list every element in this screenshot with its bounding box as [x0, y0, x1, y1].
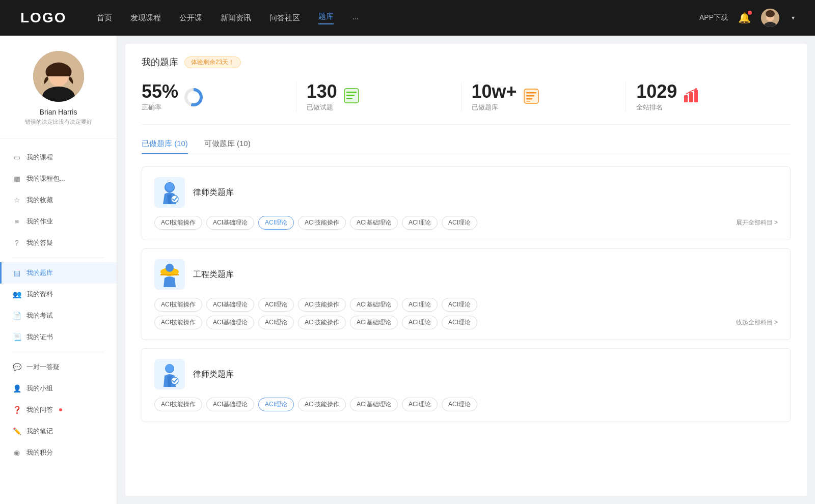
tags-wrap-2-1: ACI技能操作 ACI基础理论 ACI理论 ACI技能操作 ACI基础理论 AC…	[154, 298, 778, 312]
tag-3-3[interactable]: ACI技能操作	[298, 398, 346, 411]
one-on-one-icon: 💬	[12, 362, 21, 372]
sidebar-item-questions[interactable]: ? 我的答疑	[0, 232, 117, 254]
sidebar-item-groups[interactable]: 👤 我的小组	[0, 378, 117, 399]
sidebar-item-label: 一对一答疑	[26, 362, 60, 372]
notes-icon: ✏️	[12, 427, 21, 436]
svg-point-32	[166, 364, 174, 372]
done-b-value: 10w+	[472, 82, 517, 101]
sidebar-item-quiz-bank[interactable]: ▤ 我的题库	[0, 262, 117, 284]
nav-discover[interactable]: 发现课程	[130, 13, 161, 23]
quiz-card-header-2: 工程类题库	[154, 259, 778, 290]
quiz-card-tags-3: ACI技能操作 ACI基础理论 ACI理论 ACI技能操作 ACI基础理论 AC…	[154, 398, 778, 411]
nav-news[interactable]: 新闻资讯	[221, 13, 251, 23]
sidebar-item-homework[interactable]: ≡ 我的作业	[0, 211, 117, 232]
sidebar-item-label: 我的收藏	[26, 195, 53, 205]
sidebar-item-notes[interactable]: ✏️ 我的笔记	[0, 421, 117, 442]
tag-1-1[interactable]: ACI基础理论	[206, 216, 254, 230]
quiz-card-title-3: 律师类题库	[193, 369, 234, 380]
stat-accuracy: 55% 正确率	[142, 82, 296, 112]
tag-2r2-4[interactable]: ACI基础理论	[350, 316, 398, 329]
tag-2-4[interactable]: ACI基础理论	[350, 298, 398, 312]
sidebar-item-exams[interactable]: 📄 我的考试	[0, 305, 117, 326]
sidebar-item-points[interactable]: ◉ 我的积分	[0, 442, 117, 463]
tag-2-1[interactable]: ACI基础理论	[206, 298, 254, 312]
quiz-card-title-1: 律师类题库	[193, 187, 234, 198]
tag-3-1[interactable]: ACI基础理论	[206, 398, 254, 411]
tab-done-banks[interactable]: 已做题库 (10)	[142, 139, 188, 154]
groups-icon: 👤	[12, 384, 21, 393]
nav-menu: 首页 发现课程 公开课 新闻资讯 问答社区 题库 ···	[97, 12, 699, 24]
page-wrapper: Brian Harris 错误的决定比没有决定要好 ▭ 我的课程 ▦ 我的课程包…	[0, 36, 815, 504]
nav-opencourse[interactable]: 公开课	[179, 13, 202, 23]
tag-2r2-6[interactable]: ACI理论	[442, 316, 477, 329]
tag-2-5[interactable]: ACI理论	[402, 298, 438, 312]
tab-available-banks[interactable]: 可做题库 (10)	[204, 139, 251, 154]
tag-2r2-2[interactable]: ACI理论	[258, 316, 294, 329]
nav-quiz[interactable]: 题库	[318, 12, 334, 24]
tag-3-5[interactable]: ACI理论	[402, 398, 438, 411]
tag-2r2-1[interactable]: ACI基础理论	[206, 316, 254, 329]
done-questions-icon	[343, 88, 360, 107]
stat-value-rank: 1029 全站排名	[636, 82, 677, 112]
accuracy-value: 55%	[142, 82, 178, 101]
sidebar-item-course-package[interactable]: ▦ 我的课程包...	[0, 168, 117, 189]
accuracy-pie-chart	[184, 88, 203, 106]
engineer-icon	[154, 259, 185, 290]
sidebar-item-label: 我的作业	[26, 217, 53, 226]
nav-qa[interactable]: 问答社区	[269, 13, 300, 23]
tag-1-6[interactable]: ACI理论	[442, 216, 477, 230]
stat-done-banks: 10w+ 已做题库	[461, 82, 627, 112]
favorites-icon: ☆	[12, 195, 21, 205]
expand-link-1[interactable]: 展开全部科目 >	[736, 218, 778, 227]
course-package-icon: ▦	[12, 174, 21, 183]
sidebar-item-course[interactable]: ▭ 我的课程	[0, 147, 117, 168]
tag-2r2-5[interactable]: ACI理论	[402, 316, 438, 329]
tag-1-0[interactable]: ACI技能操作	[154, 216, 202, 230]
lawyer-icon-1	[154, 177, 185, 208]
svg-rect-11	[346, 95, 355, 96]
tag-1-3[interactable]: ACI技能操作	[298, 216, 346, 230]
tag-3-6[interactable]: ACI理论	[442, 398, 477, 411]
avatar[interactable]	[761, 9, 779, 27]
sidebar-item-label: 我的考试	[26, 311, 53, 320]
svg-point-3	[766, 10, 775, 17]
logo[interactable]: LOGO	[20, 10, 66, 26]
tag-1-2[interactable]: ACI理论	[258, 216, 294, 230]
quiz-card-lawyer-1: 律师类题库 ACI技能操作 ACI基础理论 ACI理论 ACI技能操作 ACI基…	[142, 166, 791, 240]
tag-2-3[interactable]: ACI技能操作	[298, 298, 346, 312]
svg-rect-19	[689, 92, 693, 102]
tag-3-4[interactable]: ACI基础理论	[350, 398, 398, 411]
sidebar-item-label: 我的题库	[26, 268, 53, 277]
tabs-row: 已做题库 (10) 可做题库 (10)	[142, 139, 791, 154]
quiz-card-tags-1: ACI技能操作 ACI基础理论 ACI理论 ACI技能操作 ACI基础理论 AC…	[154, 216, 778, 230]
accuracy-label: 正确率	[142, 103, 178, 112]
profile-motto: 错误的决定比没有决定要好	[25, 118, 92, 126]
collapse-link-2[interactable]: 收起全部科目 >	[736, 318, 778, 327]
sidebar: Brian Harris 错误的决定比没有决定要好 ▭ 我的课程 ▦ 我的课程包…	[0, 36, 117, 504]
questions-icon: ?	[12, 238, 21, 247]
tag-3-0[interactable]: ACI技能操作	[154, 398, 202, 411]
tag-3-2[interactable]: ACI理论	[258, 398, 294, 411]
sidebar-item-certificates[interactable]: 📃 我的证书	[0, 326, 117, 348]
tag-1-5[interactable]: ACI理论	[402, 216, 438, 230]
avatar-dropdown-icon[interactable]: ▾	[792, 14, 795, 21]
tag-1-4[interactable]: ACI基础理论	[350, 216, 398, 230]
sidebar-item-label: 我的资料	[26, 290, 53, 299]
tag-2-6[interactable]: ACI理论	[442, 298, 477, 312]
tag-2r2-3[interactable]: ACI技能操作	[298, 316, 346, 329]
sidebar-item-materials[interactable]: 👥 我的资料	[0, 284, 117, 305]
done-banks-icon	[523, 88, 539, 106]
sidebar-item-one-on-one[interactable]: 💬 一对一答疑	[0, 356, 117, 378]
nav-home[interactable]: 首页	[97, 13, 112, 23]
tag-2r2-0[interactable]: ACI技能操作	[154, 316, 202, 329]
app-download-button[interactable]: APP下载	[699, 13, 728, 22]
avatar-image	[761, 9, 779, 27]
notification-bell[interactable]: 🔔	[738, 12, 751, 24]
avatar-inner	[33, 51, 84, 102]
sidebar-item-my-qa[interactable]: ❓ 我的问答	[0, 399, 117, 421]
tag-2-0[interactable]: ACI技能操作	[154, 298, 202, 312]
sidebar-item-favorites[interactable]: ☆ 我的收藏	[0, 189, 117, 211]
sidebar-item-label: 我的小组	[26, 384, 53, 393]
nav-more[interactable]: ···	[352, 14, 359, 22]
tag-2-2[interactable]: ACI理论	[258, 298, 294, 312]
